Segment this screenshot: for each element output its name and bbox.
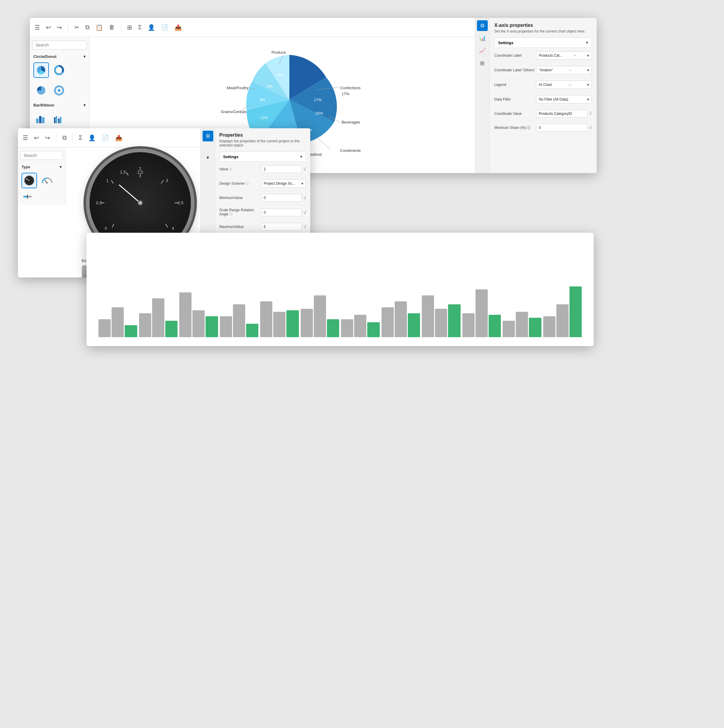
gauge-search-input[interactable] bbox=[20, 151, 63, 160]
gauge-undo-icon[interactable]: ↩ bbox=[34, 134, 39, 141]
design-caret-icon[interactable]: ▾ bbox=[301, 181, 303, 186]
delete-icon[interactable]: 🗑 bbox=[109, 24, 115, 31]
svg-text:1.5: 1.5 bbox=[120, 170, 126, 174]
svg-line-55 bbox=[127, 173, 128, 176]
caret-icon[interactable]: ▾ bbox=[587, 53, 589, 58]
chevron-down-icon: ▾ bbox=[84, 54, 86, 59]
fx-icon[interactable]: √ bbox=[589, 111, 592, 116]
gauge-export-icon[interactable]: 📤 bbox=[115, 134, 122, 141]
svg-text:3.5: 3.5 bbox=[177, 200, 183, 205]
circle-donut-icons bbox=[32, 61, 87, 79]
gauge-user-icon[interactable]: 👤 bbox=[88, 134, 96, 141]
gauge-linear-icon[interactable] bbox=[20, 192, 63, 201]
gauge-type-icons bbox=[20, 171, 63, 190]
prop-data-filter: Data Filter No Filter (All Data) ▾ bbox=[494, 92, 592, 107]
search-input[interactable] bbox=[32, 41, 87, 49]
sum-icon[interactable]: Σ bbox=[138, 24, 142, 31]
prop-coordinate-value: Coordinate Value Products.CategoryID √ bbox=[494, 107, 592, 121]
bar-5-0 bbox=[301, 309, 313, 337]
bar-2-0 bbox=[179, 292, 191, 337]
prop-min-share: Minimum Share (%) ⓘ 0 √ bbox=[494, 121, 592, 135]
arrow-icon2[interactable]: → bbox=[568, 68, 572, 72]
copy-icon[interactable]: ⧉ bbox=[85, 24, 90, 31]
grains-label: Grains/Cereals bbox=[221, 110, 247, 114]
caret-icon3[interactable]: ▾ bbox=[587, 83, 589, 87]
settings-header[interactable]: Settings ▾ bbox=[494, 38, 592, 48]
group-circle-donut-label: Circle/Donut ▾ bbox=[32, 53, 87, 61]
bar-group-10 bbox=[503, 312, 541, 337]
bar-0-0 bbox=[98, 319, 111, 337]
menu-icon[interactable]: ☰ bbox=[35, 24, 40, 31]
prop-legend: Legend At Chart → ▾ bbox=[494, 78, 592, 92]
chart-icon[interactable]: 📈 bbox=[477, 45, 488, 56]
donut-chart-icon[interactable] bbox=[51, 62, 67, 78]
bar-3-2 bbox=[246, 324, 258, 337]
pie-chart-icon[interactable] bbox=[34, 62, 49, 78]
beverages-label: Beverages bbox=[342, 120, 360, 124]
bar-icons bbox=[32, 110, 87, 128]
wrench-icon[interactable]: ⚙ bbox=[477, 20, 488, 31]
grid-icon[interactable]: ⊞ bbox=[477, 58, 488, 69]
gauge-sum-icon[interactable]: Σ bbox=[79, 134, 82, 141]
confections-label: Confections bbox=[340, 86, 360, 90]
caret-icon4[interactable]: ▾ bbox=[587, 97, 589, 102]
donut-variant-icon[interactable] bbox=[51, 83, 67, 98]
gauge-menu-icon[interactable]: ☰ bbox=[23, 134, 28, 141]
svg-point-58 bbox=[139, 202, 141, 204]
bar-6-0 bbox=[341, 319, 353, 337]
gauge-type2-icon[interactable] bbox=[40, 173, 55, 188]
user-icon[interactable]: 👤 bbox=[148, 24, 155, 31]
gauge-copy-icon[interactable]: ⧉ bbox=[63, 134, 67, 141]
bar-5-2 bbox=[327, 319, 339, 337]
gauge-fx-icon2[interactable]: √ bbox=[303, 195, 306, 200]
data-icon[interactable]: 📊 bbox=[477, 33, 488, 44]
arrow-icon3[interactable]: → bbox=[567, 83, 571, 87]
cut-icon[interactable]: ✂ bbox=[74, 24, 79, 31]
bar-8-2 bbox=[448, 304, 460, 337]
gauge-sep2 bbox=[72, 133, 73, 142]
bar-chart-icon[interactable] bbox=[34, 111, 49, 127]
gauge-panel-title: Properties bbox=[219, 133, 306, 138]
gauge-fx-icon4[interactable]: √ bbox=[303, 224, 306, 229]
export-icon[interactable]: 📤 bbox=[174, 24, 182, 31]
paste-icon[interactable]: 📋 bbox=[95, 24, 103, 31]
bar-6-2 bbox=[367, 322, 379, 337]
bar-4-0 bbox=[260, 301, 272, 337]
file-icon[interactable]: 📄 bbox=[161, 24, 168, 31]
bar-8-0 bbox=[422, 295, 434, 337]
gauge-wrench-icon[interactable]: ⚙ bbox=[203, 131, 213, 141]
caret-icon2[interactable]: ▾ bbox=[587, 68, 589, 72]
arrow-icon[interactable]: → bbox=[573, 53, 577, 58]
bar-grouped-icon[interactable] bbox=[51, 111, 67, 127]
gauge-settings-header[interactable]: Settings ▾ bbox=[219, 151, 306, 162]
bar-4-2 bbox=[286, 310, 299, 337]
settings-chevron-icon: ▾ bbox=[586, 40, 588, 45]
bar-5-1 bbox=[314, 295, 326, 337]
gauge-settings-chevron-icon: ▾ bbox=[300, 154, 302, 159]
gauge-type1-icon[interactable] bbox=[21, 173, 37, 188]
pie-variant-icon[interactable] bbox=[34, 83, 49, 98]
gauge-data-icon[interactable]: ▾ bbox=[203, 152, 213, 163]
svg-rect-6 bbox=[39, 116, 41, 123]
gauge-prop-rotation: Scale Range Rotation Angle ⓘ 0 √ bbox=[219, 205, 306, 220]
bar-7-0 bbox=[382, 307, 394, 337]
svg-line-49 bbox=[166, 224, 168, 227]
gauge-fx-icon3[interactable]: √ bbox=[303, 210, 306, 215]
fx-icon2[interactable]: √ bbox=[589, 125, 592, 130]
bar-1-2 bbox=[165, 321, 177, 337]
pie-icon-strip: ⚙ 📊 📈 ⊞ bbox=[475, 18, 489, 173]
table-icon[interactable]: ⊞ bbox=[127, 24, 132, 31]
svg-text:0: 0 bbox=[105, 226, 107, 231]
redo-icon[interactable]: ↪ bbox=[57, 24, 62, 31]
gauge-redo-icon[interactable]: ↪ bbox=[45, 134, 50, 141]
bar-2-2 bbox=[206, 316, 218, 337]
gauge-fx-icon1[interactable]: √ bbox=[303, 167, 306, 172]
bar-group-0 bbox=[98, 307, 137, 337]
svg-rect-33 bbox=[23, 196, 27, 197]
bar-1-1 bbox=[152, 298, 164, 337]
bar-group-2 bbox=[179, 292, 218, 337]
pie-right-panel: X-axis properties Set the X-axis propert… bbox=[489, 18, 597, 173]
gauge-file-icon[interactable]: 📄 bbox=[102, 134, 109, 141]
undo-icon[interactable]: ↩ bbox=[46, 24, 51, 31]
svg-point-4 bbox=[58, 89, 61, 92]
